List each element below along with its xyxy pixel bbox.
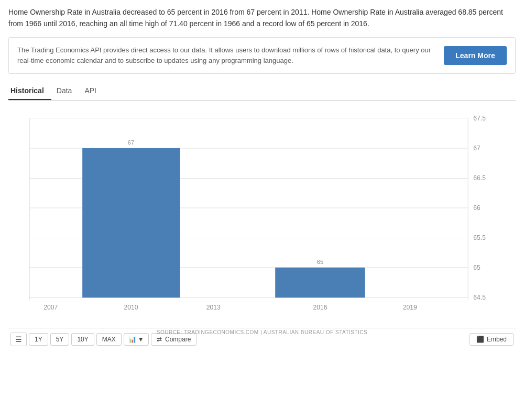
compare-label: Compare <box>165 336 191 343</box>
y-label-655: 65.5 <box>473 234 486 241</box>
y-label-675: 67.5 <box>473 115 486 122</box>
tab-data[interactable]: Data <box>54 83 80 100</box>
page-wrapper: Home Ownership Rate in Australia decreas… <box>0 0 524 357</box>
bar-label-2011: 67 <box>128 139 134 146</box>
bar-label-2016: 65 <box>317 259 323 265</box>
compare-icon: ⇄ <box>157 336 162 343</box>
tab-api[interactable]: API <box>82 83 104 100</box>
chart-svg: 67.5 67 66.5 66 65.5 65 64.5 67 65 2007 … <box>8 101 516 326</box>
y-label-67: 67 <box>473 145 481 152</box>
bar-2016 <box>275 268 365 297</box>
description-text: Home Ownership Rate in Australia decreas… <box>8 6 516 30</box>
x-label-2016: 2016 <box>313 304 327 311</box>
y-label-66: 66 <box>473 204 481 212</box>
api-banner: The Trading Economics API provides direc… <box>8 37 516 74</box>
x-label-2019: 2019 <box>403 304 417 311</box>
api-banner-text: The Trading Economics API provides direc… <box>17 45 433 66</box>
chart-source: SOURCE: TRADINGECONOMICS.COM | AUSTRALIA… <box>8 329 516 335</box>
x-label-2013: 2013 <box>206 304 221 311</box>
list-icon: ☰ <box>15 335 22 344</box>
y-label-645: 64.5 <box>473 294 486 301</box>
tabs-row: Historical Data API <box>8 83 516 101</box>
x-label-2007: 2007 <box>43 304 58 311</box>
chart-type-chevron: ▼ <box>138 336 144 343</box>
chart-container: 67.5 67 66.5 66 65.5 65 64.5 67 65 2007 … <box>8 101 516 326</box>
chart-type-icon: 📊 <box>128 336 136 343</box>
y-label-65: 65 <box>473 264 481 271</box>
learn-more-button[interactable]: Learn More <box>444 46 507 65</box>
bar-2011 <box>82 148 180 297</box>
embed-label: Embed <box>487 336 507 343</box>
y-label-665: 66.5 <box>473 175 486 182</box>
x-label-2010: 2010 <box>124 304 138 311</box>
tab-historical[interactable]: Historical <box>8 83 51 100</box>
embed-icon: ⬛ <box>476 336 484 343</box>
